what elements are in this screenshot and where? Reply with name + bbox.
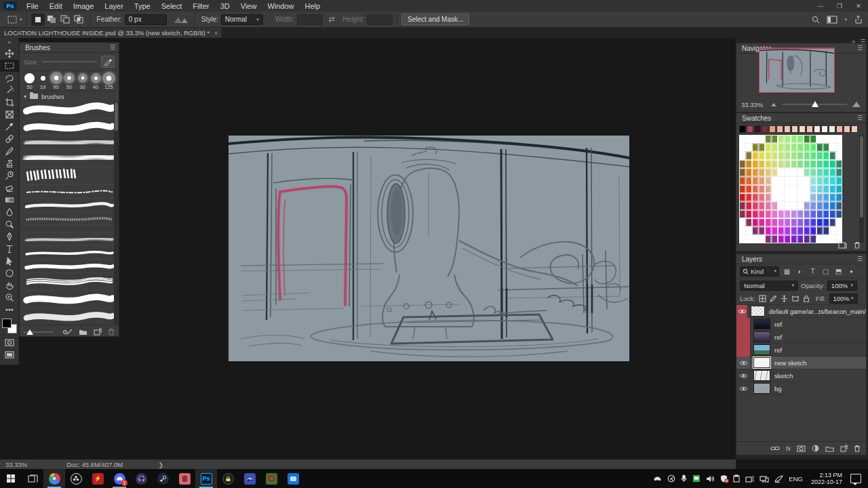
gradient-tool[interactable] [0, 194, 19, 206]
filter-pixel-layers-icon[interactable]: ▦ [782, 268, 792, 275]
swatch[interactable] [814, 125, 821, 133]
menu-help[interactable]: Help [300, 0, 326, 12]
menu-select[interactable]: Select [156, 0, 188, 12]
layer-thumbnail[interactable] [753, 370, 770, 381]
brush-tool[interactable] [0, 145, 19, 157]
taskbar-blue-app[interactable] [239, 469, 260, 488]
tab-close-icon[interactable]: × [214, 30, 218, 37]
layer-visibility-toggle[interactable] [736, 305, 748, 318]
new-brush-icon[interactable] [94, 328, 102, 336]
taskbar-steam[interactable] [152, 469, 174, 488]
brush-preset[interactable]: 125 [102, 73, 115, 90]
layer-thumbnail[interactable] [753, 331, 770, 342]
taskbar-obs[interactable] [65, 469, 87, 488]
tray-display-icon[interactable] [760, 475, 769, 483]
recent-swatches-row[interactable] [736, 123, 866, 134]
brush-group-row[interactable]: ▾ brushes [20, 91, 119, 101]
magic-wand-tool[interactable] [0, 84, 19, 96]
layer-thumbnail[interactable] [753, 319, 770, 329]
toolbar-collapse-icon[interactable]: » [7, 39, 10, 47]
layer-thumbnail[interactable] [753, 383, 770, 394]
action-center-icon[interactable] [850, 474, 861, 483]
eraser-tool[interactable] [0, 182, 19, 194]
brush-edit-button[interactable] [101, 56, 115, 68]
taskbar-media-app[interactable] [282, 469, 304, 488]
new-selection-mode-button[interactable] [31, 14, 45, 26]
swatch[interactable] [799, 125, 806, 133]
search-icon[interactable] [812, 16, 820, 24]
layer-visibility-toggle[interactable] [736, 344, 751, 357]
menu-3d[interactable]: 3D [215, 0, 235, 12]
swatch[interactable] [739, 125, 746, 133]
navigator-thumbnail[interactable] [759, 48, 835, 93]
delete-brush-icon[interactable] [108, 328, 115, 336]
layer-name[interactable]: ref [774, 333, 782, 341]
add-selection-mode-button[interactable] [45, 14, 58, 26]
layer-effects-icon[interactable]: fx [786, 445, 791, 452]
swatch[interactable] [806, 125, 813, 133]
zoom-out-icon[interactable] [771, 103, 776, 106]
status-options-chevron-icon[interactable]: ❯ [158, 461, 163, 468]
clock[interactable]: 2:13 PM 2022-10-17 [811, 472, 842, 485]
taskbar-photoshop[interactable]: Ps [195, 469, 217, 488]
minimize-button[interactable]: — [811, 0, 830, 12]
tray-ink-workspace-icon[interactable] [774, 475, 783, 483]
brushes-scrollbar[interactable] [114, 101, 119, 325]
restore-button[interactable]: ❐ [830, 0, 849, 12]
layer-row[interactable]: default game/ar...ts/beacon_main/ [736, 305, 866, 318]
new-swatch-icon[interactable] [838, 241, 847, 249]
workspace-switcher-icon[interactable] [827, 16, 837, 24]
layers-panel-menu-icon[interactable]: ☰ [857, 256, 863, 262]
navigator-zoom-field[interactable]: 33.33% [741, 101, 763, 108]
zoom-in-icon[interactable] [852, 102, 861, 107]
layer-thumbnail[interactable] [753, 344, 770, 355]
path-selection-tool[interactable] [0, 255, 19, 267]
layer-visibility-toggle[interactable] [736, 382, 751, 395]
layer-visibility-toggle[interactable] [736, 318, 751, 331]
layer-row[interactable]: ref [736, 318, 866, 331]
brush-preset[interactable]: 19 [37, 73, 50, 90]
delete-layer-icon[interactable] [854, 445, 861, 452]
tray-defender-icon[interactable] [720, 474, 728, 483]
tray-tablet-icon[interactable] [745, 475, 754, 483]
fill-field[interactable]: 100%▾ [829, 293, 858, 304]
language-indicator[interactable]: ENG [789, 475, 803, 483]
shape-tool[interactable] [0, 267, 19, 279]
taskbar-pink-app[interactable] [174, 469, 195, 488]
lock-artboard-icon[interactable] [791, 295, 800, 302]
brush-stroke-list[interactable] [20, 101, 119, 325]
swatch[interactable] [821, 125, 828, 133]
height-input[interactable] [367, 14, 393, 25]
navigator-zoom-slider[interactable] [782, 104, 847, 105]
lock-pixels-icon[interactable] [770, 295, 777, 302]
taskbar-character-app[interactable] [260, 469, 282, 488]
layer-row[interactable]: ref [736, 344, 866, 357]
swatch[interactable] [791, 125, 798, 133]
menu-type[interactable]: Type [129, 0, 156, 12]
swap-dimensions-icon[interactable]: ⇄ [328, 15, 334, 24]
swatch[interactable] [762, 125, 768, 133]
brush-preset[interactable]: 40 [90, 73, 102, 90]
feather-input[interactable]: 0 px [125, 14, 167, 25]
opacity-field[interactable]: 100%▾ [827, 281, 857, 291]
document-canvas[interactable] [229, 136, 629, 361]
swatch[interactable] [836, 125, 843, 133]
style-select[interactable]: Normal▾ [221, 14, 263, 25]
brush-preset[interactable]: 50 [23, 73, 36, 90]
tool-preset-icon[interactable] [5, 14, 19, 26]
new-group-icon[interactable] [825, 445, 834, 452]
menu-view[interactable]: View [235, 0, 262, 12]
menu-layer[interactable]: Layer [99, 0, 129, 12]
tray-microphone-icon[interactable] [681, 474, 687, 483]
taskbar-discord[interactable]: 1 [108, 469, 130, 488]
layer-row[interactable]: sketch [736, 369, 866, 382]
brush-preset[interactable]: 90 [50, 73, 62, 90]
menu-edit[interactable]: Edit [44, 0, 68, 12]
zoom-level-field[interactable]: 33.33% [5, 461, 27, 468]
more-tools-icon[interactable] [0, 304, 19, 316]
filter-adjustment-layers-icon[interactable]: ◐ [795, 268, 805, 275]
swatch-grid[interactable] [739, 135, 842, 243]
brush-size-slider[interactable] [42, 61, 97, 62]
layer-name[interactable]: ref [774, 346, 782, 354]
document-tab[interactable]: LOCATION LIGHTHOUSE INSIDE.psd @ 33.3% (… [0, 28, 222, 38]
